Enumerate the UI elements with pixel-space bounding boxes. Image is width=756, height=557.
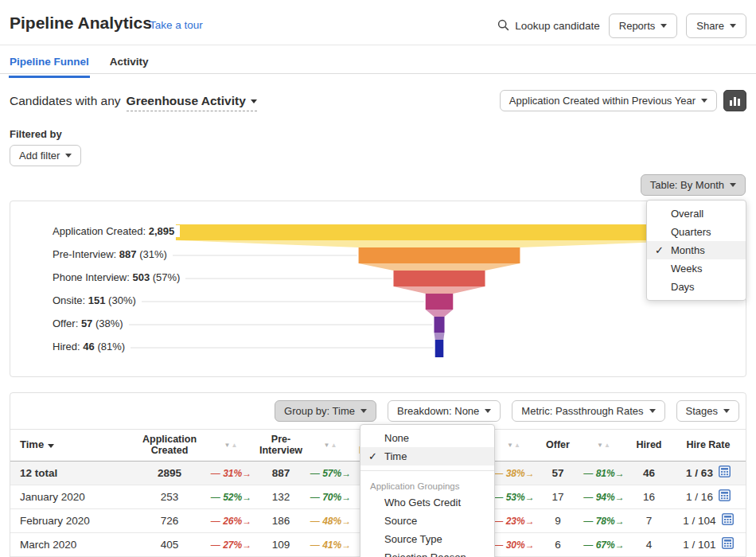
reports-button[interactable]: Reports (609, 14, 678, 38)
count-cell: 726 (130, 508, 209, 532)
hire-rate-value: 1 / 104 (683, 515, 715, 527)
caret-down-icon (251, 99, 257, 103)
table-mode-button[interactable]: Table: By Month (641, 174, 746, 196)
table-controls: Group by: TimeBreakdown: NoneMetric: Pas… (275, 400, 739, 422)
menu-item-weeks[interactable]: Weeks (647, 259, 746, 278)
passthrough-cell: — 94%→ (581, 485, 627, 508)
hire-rate-value: 1 / 63 (686, 467, 713, 479)
column-header-pre-interview: Pre-Interview (253, 430, 309, 462)
tab-bar: Pipeline Funnel Activity (10, 56, 149, 78)
caret-down-icon (730, 183, 736, 187)
take-a-tour-link[interactable]: Take a tour (150, 19, 203, 31)
funnel-panel: Application Created: 2,895Pre-Interview:… (10, 201, 746, 377)
passthrough-rate: — 26%→ (211, 516, 251, 527)
caret-down-icon (649, 409, 656, 413)
passthrough-cell: — 30%→ (493, 532, 535, 556)
hire-rate-cell: 1 / 16 (671, 485, 746, 508)
chart-view-toggle-button[interactable] (723, 90, 746, 111)
calculator-icon[interactable] (722, 537, 734, 551)
filtered-by-label: Filtered by (10, 128, 62, 140)
count-cell: 16 (627, 485, 671, 508)
caret-down-icon (661, 24, 667, 28)
sort-toggle[interactable]: ▼▲ (581, 430, 627, 462)
passthrough-cell: — 38%→ (493, 461, 535, 485)
passthrough-rate: — 57%→ (310, 468, 351, 479)
funnel-bar-hired[interactable] (435, 340, 444, 357)
menu-divider (360, 470, 494, 471)
column-header-time: Time (10, 430, 130, 462)
row-label: 12 total (10, 461, 130, 485)
lookup-candidate-button[interactable]: Lookup candidate (497, 19, 600, 33)
row-label: February 2020 (10, 508, 130, 532)
bar-chart-icon (730, 97, 740, 106)
sort-icons: ▼▲ (324, 442, 338, 449)
passthrough-rate: — 27%→ (211, 539, 251, 551)
hire-rate-value: 1 / 16 (686, 491, 713, 503)
passthrough-rate: — 48%→ (310, 516, 351, 527)
control-button-stages[interactable]: Stages (676, 400, 739, 422)
check-icon: ✓ (655, 244, 664, 256)
menu-item-days[interactable]: Days (647, 278, 746, 296)
caret-down-icon (723, 409, 730, 413)
passthrough-rate: — 31%→ (211, 468, 251, 479)
tab-activity[interactable]: Activity (110, 56, 149, 78)
count-cell: 6 (535, 532, 581, 556)
control-button-group-by[interactable]: Group by: Time (275, 400, 376, 422)
row-label: January 2020 (10, 485, 130, 508)
count-cell: 7 (627, 508, 671, 532)
sort-toggle[interactable]: ▼▲ (493, 430, 535, 462)
date-range-button[interactable]: Application Created within Previous Year (500, 90, 717, 111)
passthrough-rate: — 94%→ (583, 492, 624, 503)
tab-pipeline-funnel[interactable]: Pipeline Funnel (10, 56, 89, 78)
funnel-stage-label: Onsite: 151 (30%) (53, 294, 142, 306)
menu-item-who-gets-credit[interactable]: Who Gets Credit (360, 493, 494, 512)
page-title: Pipeline Analytics (10, 14, 152, 33)
control-button-breakdown[interactable]: Breakdown: None (388, 400, 501, 422)
menu-item-source[interactable]: Source (360, 512, 494, 530)
activity-type-selector[interactable]: Greenhouse Activity (127, 94, 257, 111)
passthrough-cell: — 26%→ (209, 508, 253, 532)
funnel-bar-onsite[interactable] (426, 294, 454, 310)
passthrough-rate: — 78%→ (583, 516, 624, 527)
row-label: March 2020 (10, 532, 130, 556)
funnel-stage-label: Hired: 46 (81%) (53, 341, 131, 353)
funnel-bar-offer[interactable] (434, 317, 444, 333)
funnel-bar-phone-interview[interactable] (393, 271, 485, 286)
sort-icons: ▼▲ (597, 442, 611, 449)
column-header-application-created: Application Created (130, 430, 209, 462)
add-filter-button[interactable]: Add filter (10, 145, 81, 166)
menu-item-quarters[interactable]: Quarters (647, 223, 746, 241)
pipeline-analytics-page: Pipeline Analytics Take a tour Lookup ca… (0, 0, 756, 557)
count-cell: 132 (253, 485, 309, 508)
funnel-bar-application-created[interactable] (176, 224, 703, 240)
group-by-menu: None✓TimeApplication GroupingsWho Gets C… (360, 424, 495, 557)
count-cell: 405 (130, 532, 209, 556)
funnel-bar-pre-interview[interactable] (359, 247, 520, 263)
hire-rate-cell: 1 / 104 (671, 508, 746, 532)
menu-item-none[interactable]: None (360, 429, 494, 447)
menu-item-months[interactable]: ✓Months (647, 241, 746, 259)
control-button-metric[interactable]: Metric: Passthrough Rates (512, 400, 664, 422)
funnel-stage-label: Phone Interview: 503 (57%) (53, 271, 185, 283)
tabs-divider (0, 73, 756, 74)
calculator-icon[interactable] (722, 513, 734, 528)
sort-toggle[interactable]: ▼▲ (209, 430, 253, 462)
menu-item-overall[interactable]: Overall (647, 204, 746, 223)
menu-item-rejection-reason[interactable]: Rejection Reason (360, 548, 494, 557)
caret-down-icon (701, 99, 707, 103)
hire-rate-cell: 1 / 63 (671, 461, 746, 485)
menu-item-source-type[interactable]: Source Type (360, 530, 494, 548)
calculator-icon[interactable] (719, 465, 731, 480)
search-icon (497, 19, 509, 33)
calculator-icon[interactable] (719, 489, 731, 504)
passthrough-rate: — 81%→ (583, 468, 624, 479)
passthrough-rate: — 30%→ (493, 539, 534, 551)
lookup-candidate-label: Lookup candidate (515, 20, 600, 32)
share-button[interactable]: Share (686, 14, 746, 38)
menu-item-time[interactable]: ✓Time (360, 447, 494, 465)
passthrough-cell: — 31%→ (209, 461, 253, 485)
scope-row: Candidates with any Greenhouse Activity (10, 94, 257, 111)
sort-toggle[interactable]: ▼▲ (309, 430, 353, 462)
caret-down-icon (65, 154, 72, 158)
count-cell: 17 (535, 485, 581, 508)
